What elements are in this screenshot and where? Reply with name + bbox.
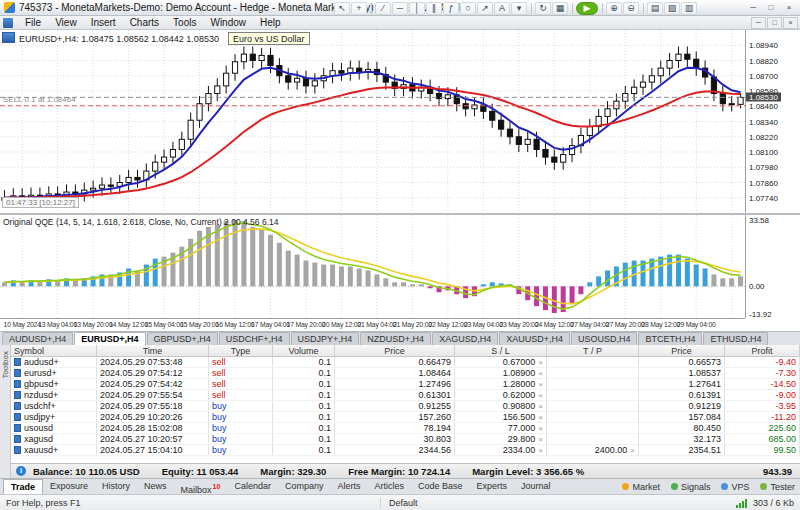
menu-file[interactable]: File [18,16,48,30]
zoom-in-icon[interactable]: ⊕ [606,2,622,15]
arrows-icon[interactable]: ↗ [477,2,493,15]
table-row[interactable]: xagusd2024.05.27 10:20:57buy0.130.80329.… [11,434,800,445]
table-row[interactable]: nzdusd+2024.05.29 07:55:54sell0.10.61301… [11,390,800,401]
menu-window[interactable]: Window [203,16,253,30]
remove-sl-button[interactable]: × [538,412,543,422]
cascade-windows-icon[interactable]: ▧ [664,2,680,15]
indicator-axis[interactable]: 33.580.00-13.92 [745,215,800,318]
table-row[interactable]: xauusd+2024.05.27 15:04:10buy0.12344.562… [11,445,800,456]
chart-tab-usdchf-h4[interactable]: USDCHF+,H4 [219,332,290,345]
menu-charts[interactable]: Charts [123,16,166,30]
cell: 78.194 [335,423,455,433]
column-header-type[interactable]: Type [209,345,273,356]
column-header-t-p[interactable]: T / P [547,345,639,356]
column-header-s-l[interactable]: S / L [455,345,547,356]
algo-trading-icon[interactable]: ▶ [576,2,598,15]
vertical-line-icon[interactable]: │ [409,2,425,15]
zoom-out-icon[interactable]: ⊖ [623,2,639,15]
toolbox-tab-calendar[interactable]: Calendar [227,479,278,494]
chart-close-button[interactable]: × [783,17,798,29]
grid-icon[interactable]: ▦ [552,2,568,15]
column-header-volume[interactable]: Volume [273,345,335,356]
tester-button[interactable]: Tester [760,482,795,492]
profile-selector[interactable]: Default [380,498,560,508]
toolbox-tab-mailbox[interactable]: Mailbox10 [174,479,228,494]
toolbox-tab-articles[interactable]: Articles [367,479,411,494]
toolbox-tab-experts[interactable]: Experts [470,479,515,494]
time-axis[interactable]: 10 May 202413 May 04:0013 May 20:0014 Ma… [0,318,745,331]
toolbox-tab-trade[interactable]: Trade [3,479,43,494]
table-row[interactable]: usdchf+2024.05.29 07:55:18buy0.10.912550… [11,401,800,412]
column-header-price[interactable]: Price [335,345,455,356]
refresh-icon[interactable]: ↻ [535,2,551,15]
menu-view[interactable]: View [48,16,84,30]
chart-tab-nzdusd-h4[interactable]: NZDUSD+,H4 [360,332,431,345]
chart-tab-eurusd-h4[interactable]: EURUSD+,H4 [74,332,145,345]
fibonacci-icon[interactable]: ƒ [443,2,459,15]
tile-windows-icon[interactable]: ▤ [647,2,663,15]
close-button[interactable]: × [780,1,798,14]
objects-list-icon[interactable]: ▾ [511,2,527,15]
shapes-icon[interactable]: ○ [460,2,476,15]
remove-sl-button[interactable]: × [538,445,543,455]
chart-tab-audusd-h4[interactable]: AUDUSD+,H4 [2,332,73,345]
maximize-button[interactable]: □ [762,1,780,14]
chart-tab-btceth-h4[interactable]: BTCETH,H4 [638,332,702,345]
toolbox-tab-news[interactable]: News [137,479,174,494]
remove-tp-button[interactable]: × [630,445,635,455]
indicator-pane[interactable]: Original QQE (14, 5, 14, 1.618, 2.618, C… [0,215,745,318]
candles-layer [2,47,743,208]
menu-insert[interactable]: Insert [84,16,123,30]
toolbox-tab-company[interactable]: Company [278,479,331,494]
column-header-price[interactable]: Price [639,345,725,356]
toolbox-tab-journal[interactable]: Journal [514,479,558,494]
trendline-icon[interactable]: ∕ [375,2,391,15]
text-icon[interactable]: A [494,2,510,15]
chart-tab-xagusd-h4[interactable]: XAGUSD,H4 [432,332,498,345]
toolbox-tab-code-base[interactable]: Code Base [411,479,470,494]
horizontal-line-icon[interactable]: ─ [392,2,408,15]
chart-minimize-button[interactable]: ─ [751,17,766,29]
sl-cell: 29.800× [455,434,547,444]
price-axis[interactable]: 1.089401.088201.087001.085801.084601.083… [745,30,800,213]
vps-button[interactable]: VPS [721,482,749,492]
market-button[interactable]: Market [622,482,660,492]
signals-button[interactable]: Signals [671,482,711,492]
equidistant-channel-icon[interactable]: ∥ [426,2,442,15]
remove-sl-button[interactable]: × [538,379,543,389]
chart-tab-gbpusd-h4[interactable]: GBPUSD+,H4 [147,332,218,345]
chart-restore-button[interactable]: □ [767,17,782,29]
table-row[interactable]: gbpusd+2024.05.29 07:54:42sell0.11.27496… [11,379,800,390]
cursor-icon[interactable]: ↖ [334,2,350,15]
remove-sl-button[interactable]: × [538,401,543,411]
arrange-windows-icon[interactable]: ▥ [681,2,697,15]
remove-sl-button[interactable]: × [538,368,543,378]
menu-tools[interactable]: Tools [166,16,203,30]
chart-tab-usdjpy-h4[interactable]: USDJPY+,H4 [291,332,360,345]
time-tick-label: 10 May 2024 [4,321,41,328]
remove-sl-button[interactable]: × [538,423,543,433]
column-header-symbol[interactable]: Symbol [11,345,97,356]
column-header-time[interactable]: Time [97,345,209,356]
chart-tab-ethusd-h4[interactable]: ETHUSD,H4 [703,332,768,345]
table-row[interactable]: eurusd+2024.05.29 07:54:12sell0.11.08464… [11,368,800,379]
remove-sl-button[interactable]: × [538,390,543,400]
toolbox-tab-alerts[interactable]: Alerts [330,479,367,494]
column-header-profit[interactable]: Profit [725,345,800,356]
remove-sl-button[interactable]: × [538,434,543,444]
label: Tester [770,482,795,492]
menu-help[interactable]: Help [253,16,288,30]
toolbox-tab-exposure[interactable]: Exposure [43,479,95,494]
price-chart[interactable]: EURUSD+,H4: 1.08475 1.08562 1.08442 1.08… [0,30,745,213]
crosshair-icon[interactable]: + [351,2,367,15]
table-row[interactable]: usdjpy+2024.05.29 10:20:26buy0.1157.2601… [11,412,800,423]
toolbox-tab-history[interactable]: History [95,479,137,494]
remove-sl-button[interactable]: × [538,357,543,367]
table-row[interactable]: usousd2024.05.28 15:02:08buy0.178.19477.… [11,423,800,434]
chart-tab-xauusd-h4[interactable]: XAUUSD+,H4 [499,332,570,345]
toolbox-side-strip[interactable]: Toolbox [0,345,11,478]
position-icon [14,446,21,454]
minimize-button[interactable]: ─ [744,1,762,14]
chart-tab-usousd-h4[interactable]: USOUSD,H4 [571,332,638,345]
table-row[interactable]: audusd+2024.05.29 07:53:48sell0.10.66479… [11,357,800,368]
